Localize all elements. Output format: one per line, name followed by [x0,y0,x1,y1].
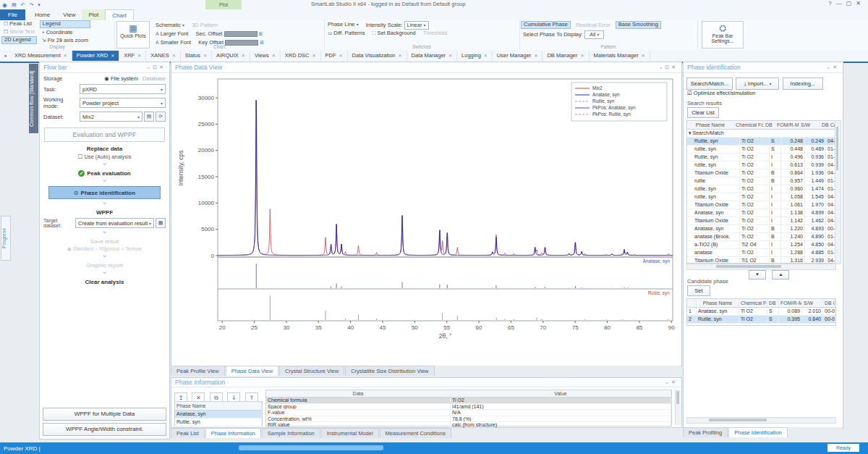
phase-list-item[interactable]: Rutile, syn [175,419,262,426]
document-tab[interactable]: Logging ✕ [457,51,493,61]
working-mode-select[interactable]: Powder project▾ [80,98,166,108]
collapse-icon[interactable]: ⌄ [146,64,153,70]
dataset-refresh-button[interactable]: ⟳ [156,112,166,122]
show-text-toggle[interactable]: ☐Show Text [1,28,37,35]
remove-candidate-button[interactable]: ▲ [772,270,789,279]
document-tab[interactable]: XRD DSC ✕ [281,51,321,61]
close-tab-icon[interactable]: ✕ [203,51,207,61]
view-tab[interactable]: Phase Data View [226,366,278,376]
col-header[interactable]: Chemical Fo... [739,299,767,307]
document-tab[interactable]: Status ✕ [181,51,212,61]
redo-button[interactable]: ↷ [29,2,33,8]
close-tab-icon[interactable]: ✕ [339,51,343,61]
wppf-constraint-button[interactable]: WPPF Angle/Width constraint. [43,423,166,436]
right-tab[interactable]: Phase Identification [728,427,787,437]
window-controls[interactable]: ?—▢✕ [828,0,865,7]
col-data[interactable]: Data [266,390,451,397]
col-header[interactable]: S/W [802,299,823,307]
save-button[interactable]: ▤ [12,2,17,8]
spinner-icon[interactable]: ⊞ [259,31,263,36]
fix-axis-toggle[interactable]: ⇲Fix 2θ axis zoom [40,37,90,44]
phase-detail-row[interactable]: Concentration, wt% 78.8 (%) [266,416,671,423]
select-phase-select[interactable]: All ▾ [584,30,604,39]
col-header[interactable]: DB Card [823,299,835,307]
close-tab-icon[interactable]: ✕ [484,51,488,61]
document-tab[interactable]: Powder XRD ✕ [72,51,119,61]
document-tab[interactable]: Views ✕ [250,51,281,61]
close-tab-icon[interactable]: ✕ [111,51,114,61]
search-result-row[interactable]: rutile Ti O2 B 0.957 1.449 01-073 [687,177,835,185]
peak-bar-settings-button[interactable]: ⛭Peak Bar Settings... [702,21,744,49]
minimize-icon[interactable]: — [836,0,846,7]
phase-list-item[interactable]: Anatase, syn [175,411,262,419]
pattern-3d-button[interactable]: 3D Pattern [190,22,220,29]
horizontal-scrollbar[interactable] [686,417,836,424]
col-header[interactable]: Phase Name [697,299,739,307]
document-tab[interactable]: Data Visualization ✕ [348,51,407,61]
target-dataset-select[interactable]: Create from evaluation result▾ [75,218,154,228]
tab-chart[interactable]: Chart [105,9,134,21]
vertical-scrollbar[interactable] [675,390,681,425]
close-tab-icon[interactable]: ✕ [534,51,537,61]
close-icon[interactable]: ✕ [159,64,166,70]
candidate-row[interactable]: 2 Rutile, syn Ti O2 S 0.395 0.840 00-040 [687,316,835,324]
phase-list-header[interactable]: Phase Name [175,402,262,410]
undo-button[interactable]: ↶ [21,2,25,8]
help-icon[interactable]: ? [828,0,835,7]
residual-error-toggle[interactable]: Residual Error [574,22,613,29]
base-smoothing-toggle[interactable]: Base Smoothing [616,21,661,29]
scrollbar-thumb[interactable] [709,419,767,421]
float-icon[interactable]: ⊡ [665,64,671,70]
progress-vertical-tab[interactable]: Progress [1,216,11,261]
view-tab[interactable]: Peak Profile View [171,366,225,376]
view-tab[interactable]: Crystal Structure View [279,366,344,376]
collapse-icon[interactable]: ⌄ [826,64,833,70]
close-tab-icon[interactable]: ✕ [137,51,141,61]
search-result-row[interactable]: Anatase, syn Ti O2 I 1.138 4.899 04-013 [687,209,835,217]
search-result-row[interactable]: Titanium Oxide Ti O2 I 1.061 1.970 04-02… [687,201,835,209]
search-match-button[interactable]: Search/Match... [686,77,733,90]
close-tab-icon[interactable]: ✕ [172,51,176,61]
search-result-row[interactable]: rutile, syn Ti O2 S 0.448 0.489 01-068 [687,146,835,154]
target-options-button[interactable]: ▦ [156,218,166,228]
tree-group-row[interactable]: ▾ Search/Match [687,130,835,138]
document-tab[interactable]: XANES ✕ [146,51,180,61]
storage-radio-database[interactable]: Database [142,75,166,82]
search-result-row[interactable]: anatase Ti O2 I 1.288 4.885 01-071 [687,249,835,257]
scrollbar-thumb[interactable] [676,391,679,404]
close-tab-icon[interactable]: ✕ [312,51,316,61]
col-value[interactable]: Value [451,390,671,397]
col-header[interactable]: FOM/R-M [775,121,799,129]
collapse-icon[interactable]: ⌄ [665,379,671,384]
phase-detail-row[interactable]: F-value N/A [266,410,671,416]
threshold-button[interactable]: Threshold [421,30,449,37]
phase-detail-row[interactable]: Chemical formula Ti O2 [266,398,671,404]
tab-view[interactable]: View [56,9,82,20]
collapse-icon[interactable]: ⌄ [658,64,665,70]
search-result-row[interactable]: rutile, syn Ti O2 I 0.613 0.939 04-098 [687,161,835,169]
scrollbar-thumb[interactable] [836,127,838,170]
col-header[interactable]: DB [767,299,779,307]
cumulative-phase-toggle[interactable]: Cumulative Phase [521,21,571,29]
step-wppf[interactable]: WPPF [40,209,169,216]
col-header[interactable]: FOM/R-M [779,299,802,307]
schematic-dropdown[interactable]: Schematic ▾ [153,22,187,29]
intensity-scale-select[interactable]: Linear ▾ [404,21,429,30]
info-tab[interactable]: Phase Information [205,428,261,438]
coordinate-toggle[interactable]: ⌖Coordinate [40,29,90,36]
storage-radio-filesystem[interactable]: ◉ File system [104,75,138,82]
document-tab[interactable]: PDF ✕ [321,51,348,61]
diff-patterns-toggle[interactable]: ⚏Diff. Patterns [326,30,367,37]
search-result-row[interactable]: rutile, syn Ti O2 I 0.960 1.474 01-072 [687,185,835,193]
task-select[interactable]: pXRD▾ [80,84,166,94]
col-header[interactable]: DB Card [820,121,835,129]
close-tab-icon[interactable]: ✕ [399,51,402,61]
phase-detail-row[interactable]: Space group I41/amd (141) [266,404,671,411]
document-tab[interactable]: DB Manager ✕ [542,51,589,61]
legend-2d-toggle[interactable]: 2D Legend [1,36,37,44]
import-button[interactable]: ⤓ Import... ▾ [736,77,779,90]
info-tab[interactable]: Peak List [171,428,205,438]
info-tab[interactable]: Measurement Conditions [380,428,451,438]
view-tab[interactable]: Crystallite Size Distribution View [345,366,434,376]
document-tab[interactable]: AIRQUIX ✕ [212,51,250,61]
